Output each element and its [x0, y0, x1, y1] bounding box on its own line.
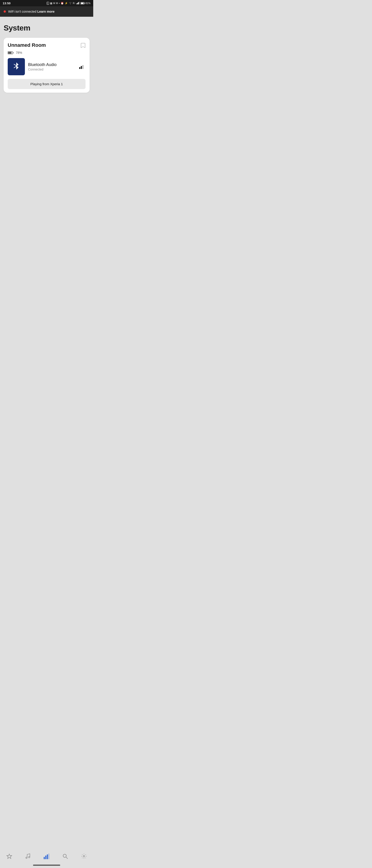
device-card: Unnamed Room 78%	[4, 38, 90, 93]
line-icon: L	[47, 2, 49, 5]
alarm-icon: ⏰	[61, 2, 64, 5]
status-time: 13:50	[3, 2, 11, 5]
device-battery: 78%	[8, 51, 86, 55]
svg-rect-9	[13, 52, 13, 53]
device-card-header: Unnamed Room	[8, 42, 86, 50]
main-content: System Unnamed Room 78%	[0, 17, 93, 197]
svg-rect-12	[82, 65, 84, 69]
playing-from-button[interactable]: Playing from Xperia 1	[8, 79, 86, 89]
svg-rect-6	[84, 3, 85, 4]
wifi-status-icon	[69, 2, 72, 5]
svg-rect-5	[81, 2, 84, 4]
page-title: System	[4, 24, 90, 32]
notification-dot	[4, 10, 6, 13]
signal-strength-icon	[79, 64, 85, 69]
status-bar: 13:50 L ▦ M M • ⏰ ⚡ R↑	[0, 0, 93, 6]
learn-more-link[interactable]: Learn more	[37, 10, 55, 13]
battery-status-icon: 81%	[81, 2, 90, 4]
audio-info: Bluetooth Audio Connected	[28, 62, 76, 71]
svg-rect-11	[81, 66, 82, 69]
signal-bars-icon	[77, 2, 80, 5]
audio-title: Bluetooth Audio	[28, 62, 76, 67]
status-icons: L ▦ M M • ⏰ ⚡ R↑	[47, 2, 90, 5]
svg-rect-0	[77, 3, 77, 4]
battery-percent-text: 81%	[86, 2, 90, 4]
svg-rect-8	[8, 52, 11, 54]
signal-status-icon: R↑	[73, 2, 76, 4]
bluetooth-icon-box	[8, 58, 25, 75]
bluetooth-icon	[13, 62, 20, 72]
svg-rect-1	[77, 3, 78, 4]
notification-text: WiFi isn't connected Learn more	[8, 10, 55, 13]
notification-dot-status: •	[59, 2, 60, 4]
device-name: Unnamed Room	[8, 42, 46, 48]
calendar-icon: ▦	[50, 2, 52, 5]
svg-rect-3	[79, 2, 80, 4]
svg-rect-10	[79, 67, 80, 69]
svg-rect-2	[78, 2, 79, 4]
gmail-icon-2: M	[56, 2, 58, 4]
bluetooth-status-icon: ⚡	[65, 2, 68, 5]
device-battery-icon	[8, 51, 13, 54]
device-battery-percent: 78%	[16, 51, 22, 55]
audio-status: Connected	[28, 68, 76, 71]
audio-row: Bluetooth Audio Connected	[8, 58, 86, 75]
bookmark-icon[interactable]	[81, 43, 86, 50]
notification-banner[interactable]: WiFi isn't connected Learn more	[0, 6, 93, 17]
gmail-icon-1: M	[53, 2, 55, 4]
